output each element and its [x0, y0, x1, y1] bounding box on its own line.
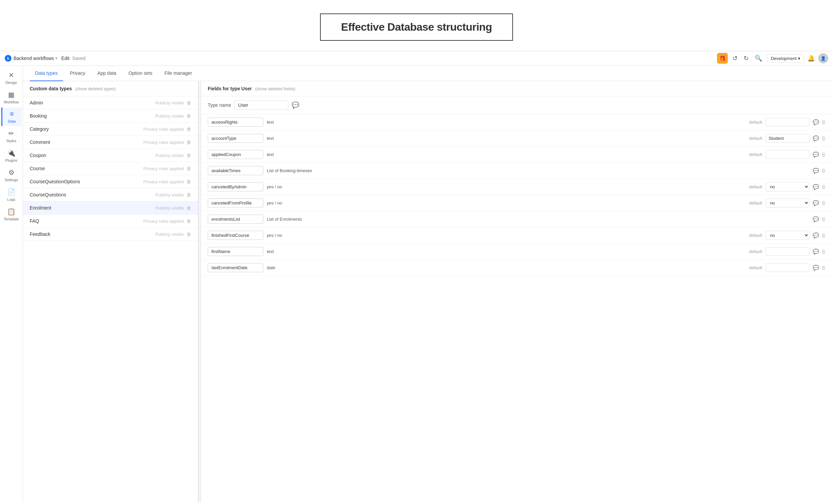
- sidebar-item-label-logs: Logs: [7, 197, 16, 201]
- field-delete-icon[interactable]: 🗑: [821, 249, 826, 254]
- sidebar-item-template[interactable]: 📋 Template: [1, 205, 22, 224]
- title-area: Effective Database structuring: [0, 0, 833, 51]
- type-comment-icon[interactable]: 💬: [292, 101, 299, 109]
- sidebar: ✕ Design ▦ Workflow ≡ Data ✏ Styles 🔌 Pl…: [0, 66, 23, 502]
- sidebar-item-settings[interactable]: ⚙ Settings: [1, 166, 22, 185]
- field-name-input[interactable]: [208, 231, 263, 240]
- delete-type-icon[interactable]: 🗑: [187, 100, 191, 105]
- field-delete-icon[interactable]: 🗑: [821, 265, 826, 271]
- show-deleted-fields[interactable]: (show deleted fields): [255, 86, 295, 91]
- redo-button[interactable]: ↻: [742, 53, 750, 63]
- field-default-select[interactable]: no yes: [765, 198, 809, 207]
- field-delete-icon[interactable]: 🗑: [821, 232, 826, 238]
- field-icons: 💬 🗑: [813, 249, 826, 255]
- delete-type-icon[interactable]: 🗑: [187, 140, 191, 145]
- separator: ▾: [55, 56, 57, 61]
- data-type-item[interactable]: Course Privacy rules applied 🗑: [23, 162, 198, 175]
- field-comment-icon[interactable]: 💬: [813, 135, 819, 142]
- dev-dropdown[interactable]: Development ▾: [767, 54, 804, 63]
- sidebar-item-styles[interactable]: ✏ Styles: [1, 127, 22, 146]
- field-delete-icon[interactable]: 🗑: [821, 168, 826, 174]
- field-comment-icon[interactable]: 💬: [813, 200, 819, 206]
- gift-button[interactable]: 🎁: [717, 53, 728, 64]
- data-type-item[interactable]: Admin Publicly visible 🗑: [23, 96, 198, 109]
- data-type-item[interactable]: CourseQuestionOptions Privacy rules appl…: [23, 175, 198, 188]
- field-default-input[interactable]: [765, 134, 809, 143]
- delete-type-icon[interactable]: 🗑: [187, 153, 191, 158]
- field-name-input[interactable]: [208, 182, 263, 191]
- fields-list: text default 💬 🗑 text default 💬 🗑 text d…: [201, 114, 833, 502]
- data-type-item[interactable]: Feedback Publicly visible 🗑: [23, 228, 198, 241]
- field-default-label: default: [744, 249, 762, 254]
- search-button[interactable]: 🔍: [754, 53, 764, 63]
- delete-type-icon[interactable]: 🗑: [187, 205, 191, 210]
- field-type: text: [267, 136, 321, 141]
- field-name-input[interactable]: [208, 118, 263, 127]
- tab-option-sets[interactable]: Option sets: [123, 66, 158, 81]
- delete-type-icon[interactable]: 🗑: [187, 113, 191, 119]
- data-type-item[interactable]: Booking Publicly visible 🗑: [23, 109, 198, 123]
- tab-file-manager[interactable]: File manager: [159, 66, 198, 81]
- field-delete-icon[interactable]: 🗑: [821, 152, 826, 157]
- field-comment-icon[interactable]: 💬: [813, 249, 819, 255]
- field-comment-icon[interactable]: 💬: [813, 184, 819, 190]
- field-comment-icon[interactable]: 💬: [813, 265, 819, 271]
- undo-button[interactable]: ↺: [731, 53, 739, 63]
- sidebar-item-logs[interactable]: 📄 Logs: [1, 185, 22, 204]
- field-row: date default 💬 🗑: [201, 260, 833, 276]
- delete-type-icon[interactable]: 🗑: [187, 231, 191, 237]
- sidebar-item-design[interactable]: ✕ Design: [1, 68, 22, 87]
- field-default-input[interactable]: [765, 247, 809, 256]
- field-type: text: [267, 120, 321, 125]
- field-name-input[interactable]: [208, 134, 263, 143]
- data-type-item[interactable]: CourseQuestions Publicly visible 🗑: [23, 188, 198, 201]
- field-delete-icon[interactable]: 🗑: [821, 216, 826, 222]
- field-name-input[interactable]: [208, 166, 263, 175]
- delete-type-icon[interactable]: 🗑: [187, 126, 191, 132]
- data-type-item[interactable]: Coupon Publicly visible 🗑: [23, 149, 198, 162]
- tab-privacy[interactable]: Privacy: [65, 66, 91, 81]
- field-name-input[interactable]: [208, 247, 263, 256]
- field-delete-icon[interactable]: 🗑: [821, 200, 826, 206]
- show-deleted-types[interactable]: (show deleted types): [75, 86, 116, 91]
- delete-type-icon[interactable]: 🗑: [187, 179, 191, 184]
- notification-button[interactable]: 🔔: [807, 55, 815, 62]
- field-default-input[interactable]: [765, 118, 809, 126]
- field-icons: 💬 🗑: [813, 265, 826, 271]
- field-comment-icon[interactable]: 💬: [813, 152, 819, 158]
- top-bar: b Backend workflows ▾ Edit Saved 🎁 ↺ ↻ 🔍…: [0, 51, 833, 66]
- field-delete-icon[interactable]: 🗑: [821, 184, 826, 190]
- field-delete-icon[interactable]: 🗑: [821, 135, 826, 141]
- sidebar-item-plugins[interactable]: 🔌 Plugins: [1, 146, 22, 165]
- sidebar-item-workflow[interactable]: ▦ Workflow: [1, 88, 22, 107]
- edit-button[interactable]: Edit: [62, 56, 69, 61]
- data-type-item[interactable]: Category Privacy rules applied 🗑: [23, 123, 198, 136]
- tab-data-types[interactable]: Data types: [30, 66, 63, 81]
- field-comment-icon[interactable]: 💬: [813, 216, 819, 222]
- field-default-input[interactable]: [765, 263, 809, 272]
- data-type-item[interactable]: Comment Privacy rules applied 🗑: [23, 136, 198, 149]
- tab-app-data[interactable]: App data: [92, 66, 122, 81]
- brand: b Backend workflows: [5, 55, 54, 62]
- avatar-button[interactable]: 👤: [818, 53, 828, 63]
- data-type-visibility: Publicly visible: [155, 192, 184, 197]
- field-comment-icon[interactable]: 💬: [813, 168, 819, 174]
- field-comment-icon[interactable]: 💬: [813, 119, 819, 125]
- field-default-select[interactable]: no yes: [765, 182, 809, 191]
- field-default-select[interactable]: no yes: [765, 231, 809, 240]
- delete-type-icon[interactable]: 🗑: [187, 218, 191, 224]
- delete-type-icon[interactable]: 🗑: [187, 192, 191, 197]
- field-delete-icon[interactable]: 🗑: [821, 119, 826, 125]
- field-name-input[interactable]: [208, 215, 263, 224]
- field-default-input[interactable]: [765, 150, 809, 159]
- sidebar-item-data[interactable]: ≡ Data: [1, 107, 22, 126]
- delete-type-icon[interactable]: 🗑: [187, 166, 191, 171]
- type-name-input[interactable]: [234, 100, 288, 110]
- data-types-list: Admin Publicly visible 🗑 Booking Publicl…: [23, 96, 198, 502]
- field-name-input[interactable]: [208, 150, 263, 159]
- field-comment-icon[interactable]: 💬: [813, 232, 819, 238]
- field-name-input[interactable]: [208, 198, 263, 207]
- field-name-input[interactable]: [208, 263, 263, 272]
- data-type-item[interactable]: Enrolment Publicly visible 🗑: [23, 201, 198, 215]
- data-type-item[interactable]: FAQ Privacy rules applied 🗑: [23, 215, 198, 228]
